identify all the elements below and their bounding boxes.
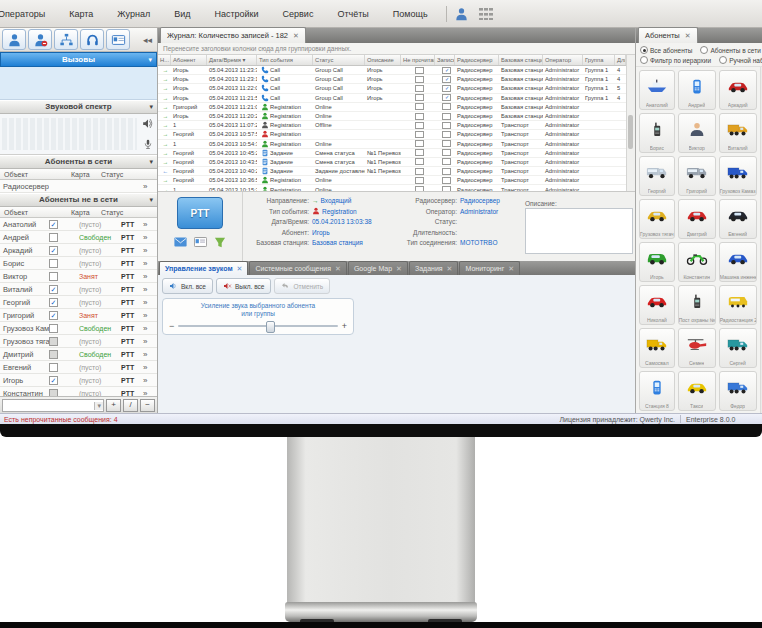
map-checkbox[interactable]: ✓	[49, 376, 58, 385]
record-checkbox[interactable]	[442, 113, 451, 120]
offline-subscribers-header[interactable]: Абоненты не в сети ▾	[0, 193, 157, 207]
mute-all-button[interactable]: Выкл. все	[216, 278, 272, 294]
headset-icon[interactable]	[80, 29, 104, 50]
expand-icon[interactable]: »	[143, 285, 157, 294]
close-icon[interactable]: ✕	[335, 265, 341, 273]
journal-column-10[interactable]: Оператор	[543, 55, 583, 65]
unread-messages-status[interactable]: Есть непрочитанные сообщения: 4	[0, 416, 560, 423]
unread-checkbox[interactable]	[415, 67, 424, 74]
map-checkbox[interactable]	[49, 389, 58, 397]
journal-row[interactable]: →Георгий05.04.2013 10:36:52RegistrationO…	[158, 176, 626, 185]
contact-card-icon[interactable]	[194, 237, 207, 248]
unread-checkbox[interactable]	[415, 177, 424, 184]
online-subscribers-header[interactable]: Абоненты в сети ▾	[0, 155, 157, 169]
record-checkbox[interactable]: ✓	[442, 85, 451, 92]
unread-checkbox[interactable]	[415, 158, 424, 165]
offline-subscriber-row[interactable]: Игорь✓(пусто)PTT»	[0, 374, 157, 387]
tab-управление-звуком[interactable]: Управление звуком✕	[159, 261, 248, 275]
contact-button[interactable]: Евгений	[719, 199, 757, 239]
journal-column-9[interactable]: Базовая станция	[499, 55, 543, 65]
scroll-thumb[interactable]	[628, 115, 633, 149]
vertical-scrollbar[interactable]	[626, 55, 635, 191]
journal-row[interactable]: →105.04.2013 10:54:39RegistrationOnlineР…	[158, 140, 626, 149]
collapse-sidebar-icon[interactable]: ◂◂	[140, 35, 155, 45]
map-checkbox[interactable]: ✓	[49, 246, 58, 255]
calls-panel-header[interactable]: Вызовы ▾	[0, 52, 157, 67]
expand-icon[interactable]: »	[143, 337, 157, 346]
add-button[interactable]: +	[106, 399, 121, 412]
record-checkbox[interactable]	[442, 140, 451, 147]
journal-row[interactable]: →Георгий05.04.2013 10:45:25ЗаданиеСмена …	[158, 149, 626, 158]
contact-button[interactable]: Такси	[678, 371, 716, 411]
close-icon[interactable]: ✕	[508, 265, 514, 273]
unread-checkbox[interactable]	[415, 103, 424, 110]
ptt-button[interactable]: PTT	[121, 325, 143, 332]
journal-column-1[interactable]: Абонент	[171, 55, 207, 65]
tab-мониторинг[interactable]: Мониторинг✕	[459, 261, 520, 275]
offline-subscriber-row[interactable]: Анатолий✓(пусто)PTT»	[0, 218, 157, 231]
contact-button[interactable]: Игорь	[639, 242, 675, 282]
journal-row[interactable]: →Игорь05.04.2013 11:23:37CallGroup CallИ…	[158, 66, 626, 75]
map-checkbox[interactable]	[49, 337, 58, 346]
contact-button[interactable]: Федор	[719, 371, 757, 411]
menu-item-помощь[interactable]: Помощь	[381, 5, 440, 23]
contact-button[interactable]: Григорий	[678, 156, 716, 196]
journal-column-11[interactable]: Группа	[583, 55, 615, 65]
volume-plus[interactable]: +	[342, 321, 347, 331]
ptt-button[interactable]: PTT	[121, 234, 143, 241]
contact-button[interactable]: Грузовоз Камаз	[719, 156, 757, 196]
journal-row[interactable]: →Игорь05.04.2013 11:22:01CallGroup CallИ…	[158, 84, 626, 93]
column-object[interactable]: Объект	[0, 209, 71, 216]
expand-icon[interactable]: »	[143, 233, 157, 242]
close-icon[interactable]: ✕	[293, 32, 299, 40]
description-textbox[interactable]	[525, 208, 633, 254]
journal-row[interactable]: →Игорь05.04.2013 11:21:57CallGroup CallИ…	[158, 94, 626, 103]
ptt-button[interactable]: PTT	[121, 351, 143, 358]
contact-button[interactable]: Машина инженеров	[719, 242, 757, 282]
map-checkbox[interactable]: ✓	[49, 311, 58, 320]
menu-item-вид[interactable]: Вид	[162, 5, 202, 23]
ptt-button[interactable]: PTT	[121, 364, 143, 371]
chevron-down-icon[interactable]: ▾	[149, 156, 153, 168]
expand-icon[interactable]: »	[143, 376, 157, 385]
radio-icon[interactable]	[640, 56, 648, 64]
contact-button[interactable]: Дмитрий	[678, 199, 716, 239]
contact-button[interactable]: Георгий	[639, 156, 675, 196]
subscriber-combo[interactable]: ▾	[2, 399, 104, 412]
map-checkbox[interactable]: ✓	[49, 298, 58, 307]
radio-option[interactable]: Все абоненты	[640, 46, 692, 54]
journal-column-8[interactable]: Радиосервер	[455, 55, 499, 65]
record-checkbox[interactable]: ✓	[442, 67, 451, 74]
expand-icon[interactable]: »	[143, 259, 157, 268]
menu-item-отчёты[interactable]: Отчёты	[325, 5, 380, 23]
offline-subscriber-row[interactable]: Евгений(пусто)PTT»	[0, 361, 157, 374]
expand-icon[interactable]: »	[143, 363, 157, 372]
unread-checkbox[interactable]	[415, 140, 424, 147]
tab-системные-сообщения[interactable]: Системные сообщения✕	[249, 261, 346, 275]
journal-column-12[interactable]: Длительность	[615, 55, 626, 65]
ptt-button[interactable]: PTT	[121, 286, 143, 293]
close-icon[interactable]: ✕	[237, 265, 243, 273]
journal-column-6[interactable]: Не прочитано	[401, 55, 435, 65]
journal-row[interactable]: →Георгий05.04.2013 10:43:51ЗаданиеСмена …	[158, 158, 626, 167]
contact-button[interactable]: Константин	[678, 242, 716, 282]
speaker-icon[interactable]	[142, 118, 154, 129]
expand-icon[interactable]: »	[143, 298, 157, 307]
offline-subscriber-row[interactable]: АндрейСвободенPTT»	[0, 231, 157, 244]
unmute-all-button[interactable]: Вкл. все	[162, 278, 213, 294]
menu-item-настройки[interactable]: Настройки	[202, 5, 270, 23]
map-checkbox[interactable]	[49, 233, 58, 242]
close-icon[interactable]: ✕	[685, 32, 691, 40]
record-checkbox[interactable]	[442, 177, 451, 184]
record-checkbox[interactable]	[442, 122, 451, 129]
close-icon[interactable]: ✕	[396, 265, 402, 273]
ptt-button[interactable]: PTT	[177, 197, 223, 229]
record-checkbox[interactable]	[442, 131, 451, 138]
record-checkbox[interactable]	[442, 168, 451, 175]
hierarchy-icon[interactable]	[54, 29, 78, 50]
unread-checkbox[interactable]	[415, 94, 424, 101]
contact-button[interactable]: Пост охраны №4	[678, 285, 716, 325]
contact-button[interactable]: Станция 8	[639, 371, 675, 411]
journal-row[interactable]: →Георгий05.04.2013 10:57:52RegistrationР…	[158, 130, 626, 139]
map-checkbox[interactable]: ✓	[49, 285, 58, 294]
